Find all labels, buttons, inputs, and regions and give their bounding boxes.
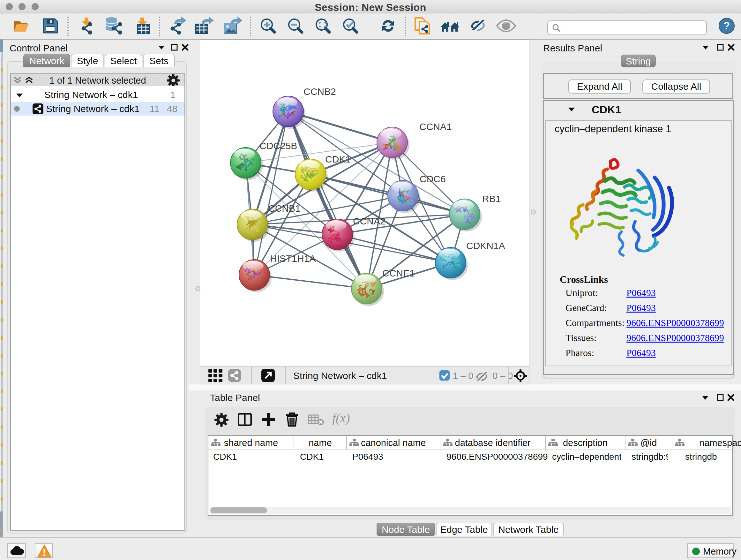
svg-text:CCNA1: CCNA1 [419,121,452,132]
svg-text:CCNA2: CCNA2 [353,216,386,226]
svg-text:?: ? [724,19,730,32]
svg-text:CDK1: CDK1 [325,154,351,165]
svg-text:CCNB2: CCNB2 [304,86,336,97]
svg-text:RB1: RB1 [482,193,501,204]
svg-text:CDKN1A: CDKN1A [466,240,505,251]
svg-text:HIST1H1A: HIST1H1A [270,253,316,264]
svg-text:CCNE1: CCNE1 [382,268,415,278]
svg-text:CDC6: CDC6 [420,174,446,184]
svg-text:CDC25B: CDC25B [259,140,297,151]
svg-text:CCNB1: CCNB1 [268,203,300,213]
